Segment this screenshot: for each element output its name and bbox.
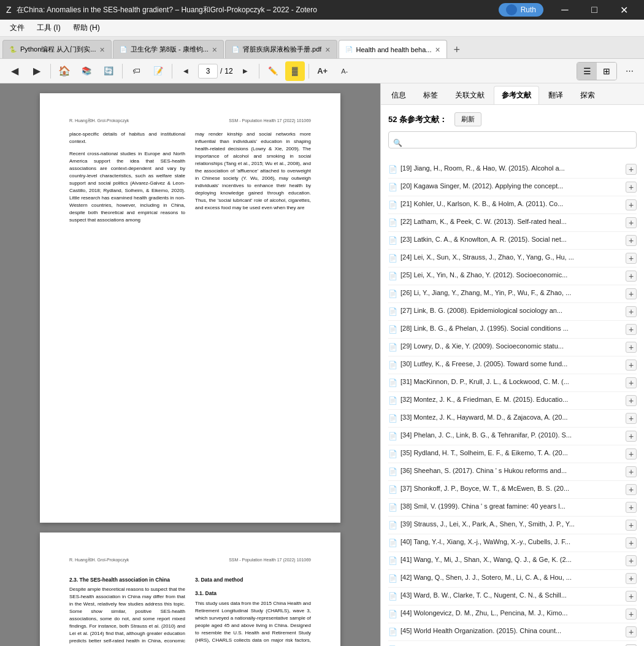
font-larger-button[interactable]: A+ [313, 61, 332, 81]
pdf-col-left-2: 2.3. The SES-health association in China… [69, 570, 185, 647]
ref-add-button[interactable]: + [626, 573, 637, 584]
menu-help[interactable]: 帮助 (H) [68, 21, 105, 35]
ref-item-text: [44] Wolongevicz, D. M., Zhu, L., Pencin… [401, 609, 622, 618]
list-item: 📄 [31] MacKinnon, D. P., Krull, J. L., &… [388, 374, 637, 392]
ref-item-text: [38] Smil, V. (1999). China ' s great fa… [401, 502, 622, 511]
ref-add-button[interactable]: + [626, 555, 637, 566]
ref-item-text: [35] Rydland, H. T., Solheim, E. F., & E… [401, 448, 622, 458]
ref-add-button[interactable]: + [626, 537, 637, 548]
ref-add-button[interactable]: + [626, 502, 637, 513]
ref-add-button[interactable]: + [626, 448, 637, 460]
rp-tab-translate[interactable]: 翻译 [540, 86, 571, 104]
font-smaller-button[interactable]: A- [335, 61, 355, 81]
ref-add-button[interactable]: + [626, 288, 637, 299]
ref-add-button[interactable]: + [626, 520, 637, 531]
ref-item-text: [40] Tang, Y.-l., Xiang, X.-j., WaWng, X… [401, 537, 622, 547]
rp-tab-info[interactable]: 信息 [383, 86, 414, 104]
ref-doc-icon: 📄 [388, 413, 397, 422]
note-button[interactable]: 📝 [148, 61, 168, 81]
minimize-button[interactable]: ─ [551, 0, 579, 20]
pdf-header-left-1: R. Huang和H. Grol-Prokopczyk [69, 118, 129, 125]
ref-add-button[interactable]: + [626, 626, 637, 637]
ref-add-button[interactable]: + [626, 484, 637, 495]
rp-tab-tags[interactable]: 标签 [415, 86, 446, 104]
tab-python[interactable]: 🐍 Python编程 从入门到实... × [2, 40, 112, 58]
separator-2 [122, 64, 123, 79]
extra-button[interactable]: ⋯ [619, 61, 639, 81]
ref-add-button[interactable]: + [626, 591, 637, 602]
ref-doc-icon: 📄 [388, 325, 397, 333]
pdf-text-1: place-specific details of habitus and in… [69, 131, 185, 145]
menu-tools[interactable]: 工具 (I) [32, 21, 66, 35]
tab-python-close[interactable]: × [99, 45, 104, 55]
home-button[interactable]: 🏠 [55, 61, 74, 81]
ref-item-text: [31] MacKinnon, D. P., Krull, J. L., & L… [401, 377, 622, 386]
ref-add-button[interactable]: + [626, 199, 637, 210]
ref-add-button[interactable]: + [626, 395, 637, 406]
ref-doc-icon: 📄 [388, 360, 397, 369]
ref-add-button[interactable]: + [626, 609, 637, 620]
tab-kidney-close[interactable]: × [325, 45, 330, 55]
ref-add-button[interactable]: + [626, 431, 637, 442]
ref-add-button[interactable]: + [626, 182, 637, 193]
ref-add-button[interactable]: + [626, 217, 637, 228]
pdf-area[interactable]: R. Huang和H. Grol-Prokopczyk SSM - Popula… [0, 83, 380, 646]
ref-add-button[interactable]: + [626, 164, 637, 175]
ref-doc-icon: 📄 [388, 289, 397, 298]
back-button[interactable]: ◀ [5, 61, 25, 81]
close-button[interactable]: ✕ [610, 0, 638, 20]
ref-add-button[interactable]: + [626, 413, 637, 424]
tab-hygiene-label: 卫生化学 第8版 - 康维钧... [131, 45, 209, 54]
view-list-button[interactable]: ☰ [577, 63, 597, 80]
ref-add-button[interactable]: + [626, 253, 637, 264]
tab-kidney-label: 肾脏疾病尿液检验手册.pdf [243, 45, 321, 54]
list-item: 📄 [19] Jiang, H., Room, R., & Hao, W. (2… [388, 161, 637, 179]
tab-kidney[interactable]: 📄 肾脏疾病尿液检验手册.pdf × [225, 40, 337, 58]
tab-health[interactable]: 📄 Health and health beha... × [339, 40, 447, 58]
ref-item-text: [39] Strauss, J., Lei, X., Park, A., She… [401, 520, 622, 529]
ref-item-text: [33] Montez, J. K., Hayward, M. D., & Za… [401, 413, 622, 422]
list-item: 📄 [40] Tang, Y.-l., Xiang, X.-j., WaWng,… [388, 534, 637, 552]
rp-tab-related[interactable]: 关联文献 [447, 86, 493, 104]
tag-button[interactable]: 🏷 [126, 61, 146, 81]
menu-file[interactable]: 文件 [5, 21, 29, 35]
reference-search-input[interactable] [388, 131, 637, 148]
maximize-button[interactable]: □ [580, 0, 608, 20]
add-tab-button[interactable]: + [448, 41, 466, 58]
search-icon: 🔍 [393, 139, 402, 147]
ref-add-button[interactable]: + [626, 377, 637, 388]
ref-add-button[interactable]: + [626, 324, 637, 335]
page-number-input[interactable] [198, 64, 218, 79]
ref-add-button[interactable]: + [626, 235, 637, 246]
list-item: 📄 [30] Lutfey, K., & Freese, J. (2005). … [388, 356, 637, 374]
ref-add-button[interactable]: + [626, 360, 637, 371]
list-item: 📄 [44] Wolongevicz, D. M., Zhu, L., Penc… [388, 606, 637, 623]
tab-health-close[interactable]: × [435, 45, 440, 55]
ref-add-button[interactable]: + [626, 466, 637, 477]
ref-add-button[interactable]: + [626, 342, 637, 353]
annotation-button[interactable]: ✏️ [263, 61, 283, 81]
rp-tab-references[interactable]: 参考文献 [494, 86, 539, 104]
tab-hygiene[interactable]: 📄 卫生化学 第8版 - 康维钧... × [113, 40, 224, 58]
ref-add-button[interactable]: + [626, 271, 637, 282]
tab-bar: 🐍 Python编程 从入门到实... × 📄 卫生化学 第8版 - 康维钧..… [0, 37, 644, 59]
refresh-button[interactable]: 刷新 [454, 112, 481, 126]
add-library-button[interactable]: 📚 [77, 61, 96, 81]
view-grid-button[interactable]: ⊞ [597, 63, 616, 80]
ref-doc-icon: 📄 [388, 307, 397, 315]
ref-item-text: [24] Lei, X., Sun, X., Strauss, J., Zhao… [401, 253, 622, 262]
ref-item-text: [21] Kohler, U., Karlson, K. B., & Holm,… [401, 199, 622, 209]
ref-add-button[interactable]: + [626, 306, 637, 317]
pdf-text-3: may render kinship and social networks m… [195, 131, 311, 212]
tab-hygiene-close[interactable]: × [212, 45, 217, 55]
forward-button[interactable]: ▶ [27, 61, 47, 81]
window-controls[interactable]: ─ □ ✕ [551, 0, 638, 20]
pdf-page-2-header: R. Huang和H. Grol-Prokopczyk SSM - Popula… [69, 557, 311, 564]
highlight-button[interactable]: ▓ [285, 61, 305, 81]
list-item: 📄 [33] Montez, J. K., Hayward, M. D., & … [388, 410, 637, 428]
next-page-button[interactable]: ▶ [236, 61, 255, 81]
rp-tab-explore[interactable]: 探索 [572, 86, 603, 104]
prev-page-button[interactable]: ◀ [176, 61, 196, 81]
sync-button[interactable]: 🔄 [99, 61, 118, 81]
list-item: 📄 [24] Lei, X., Sun, X., Strauss, J., Zh… [388, 250, 637, 267]
